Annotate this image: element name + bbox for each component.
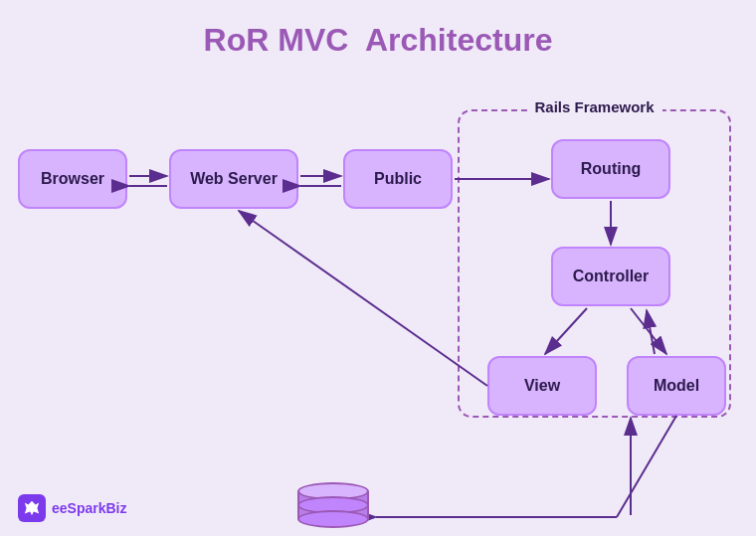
view-box: View <box>487 356 597 416</box>
model-box: Model <box>627 356 726 416</box>
espark-icon <box>23 499 41 517</box>
public-box: Public <box>343 149 453 209</box>
controller-box: Controller <box>551 247 670 306</box>
diagram: Browser Web Server Public Rails Framewor… <box>0 80 756 527</box>
svg-line-11 <box>239 211 487 386</box>
page-title: RoR MVC Architecture <box>0 0 756 59</box>
browser-box: Browser <box>18 149 127 209</box>
database-cylinder <box>293 467 373 536</box>
database-wrap: Database <box>293 467 373 536</box>
title-part2: Architecture <box>365 22 553 58</box>
logo-text: eeSparkBiz <box>52 500 127 516</box>
routing-box: Routing <box>551 139 670 199</box>
logo-icon <box>18 494 46 522</box>
title-part1: RoR MVC <box>204 22 349 58</box>
rails-framework-label: Rails Framework <box>526 98 662 115</box>
webserver-box: Web Server <box>169 149 298 209</box>
svg-line-12 <box>617 416 676 517</box>
logo: eeSparkBiz <box>18 494 127 522</box>
